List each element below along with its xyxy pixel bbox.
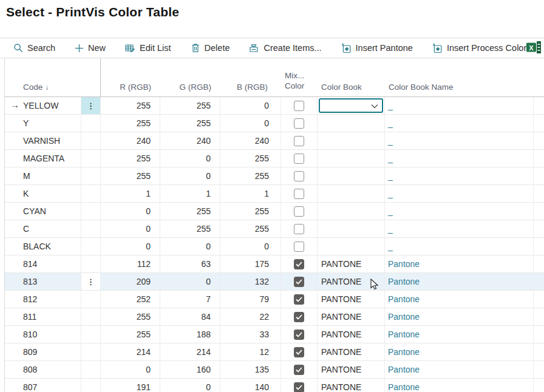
code-cell[interactable]: → 813 bbox=[5, 273, 81, 290]
color-book-name-cell[interactable]: _ bbox=[385, 97, 534, 114]
color-book-combobox[interactable] bbox=[319, 98, 383, 113]
color-book-name-cell[interactable]: _ bbox=[385, 115, 534, 132]
r-cell[interactable]: 1 bbox=[101, 185, 160, 202]
g-cell[interactable]: 255 bbox=[160, 115, 220, 132]
color-book-name-cell[interactable]: Pantone bbox=[385, 326, 534, 343]
insert-process-color-button[interactable]: Insert Process Color bbox=[432, 43, 526, 53]
g-cell[interactable]: 255 bbox=[160, 97, 220, 114]
mix-color-checkbox[interactable] bbox=[294, 365, 304, 375]
column-header-code[interactable]: Code ↓ bbox=[5, 58, 81, 97]
code-cell[interactable]: → 810 bbox=[5, 326, 81, 343]
color-book-cell[interactable]: PANTONE bbox=[318, 379, 385, 392]
g-cell[interactable]: 160 bbox=[160, 361, 220, 378]
row-menu-ellipsis-icon[interactable]: ⋮ bbox=[81, 97, 100, 114]
color-book-name-cell[interactable]: _ bbox=[385, 167, 534, 184]
code-cell[interactable]: → 809 bbox=[5, 343, 81, 360]
b-cell[interactable]: 12 bbox=[220, 343, 281, 360]
r-cell[interactable]: 0 bbox=[101, 238, 160, 255]
column-header-mix-color[interactable]: Mix...Color bbox=[281, 58, 318, 97]
b-cell[interactable]: 140 bbox=[220, 379, 281, 392]
g-cell[interactable]: 0 bbox=[160, 167, 220, 184]
mix-color-checkbox[interactable] bbox=[294, 118, 304, 129]
g-cell[interactable]: 7 bbox=[160, 291, 220, 308]
mix-color-checkbox[interactable] bbox=[294, 382, 304, 392]
color-book-cell[interactable]: PANTONE bbox=[318, 291, 385, 308]
r-cell[interactable]: 252 bbox=[101, 291, 160, 308]
color-book-name-cell[interactable]: Pantone bbox=[385, 291, 534, 308]
color-book-cell[interactable]: PANTONE bbox=[318, 273, 385, 290]
g-cell[interactable]: 0 bbox=[160, 150, 220, 167]
color-book-name-cell[interactable]: Pantone bbox=[385, 379, 534, 392]
mix-color-checkbox[interactable] bbox=[294, 277, 304, 287]
mix-color-checkbox[interactable] bbox=[294, 294, 304, 305]
edit-list-button[interactable]: Edit List bbox=[125, 43, 171, 53]
color-book-name-cell[interactable]: Pantone bbox=[385, 308, 534, 325]
g-cell[interactable]: 63 bbox=[160, 255, 220, 272]
mix-color-checkbox[interactable] bbox=[294, 189, 304, 199]
r-cell[interactable]: 209 bbox=[101, 273, 160, 290]
mix-color-checkbox[interactable] bbox=[294, 101, 304, 111]
g-cell[interactable]: 84 bbox=[160, 308, 220, 325]
row-menu-ellipsis-icon[interactable]: ⋮ bbox=[81, 273, 100, 290]
b-cell[interactable]: 255 bbox=[220, 150, 281, 167]
b-cell[interactable]: 0 bbox=[220, 97, 281, 114]
r-cell[interactable]: 255 bbox=[101, 115, 160, 132]
g-cell[interactable]: 0 bbox=[160, 273, 220, 290]
b-cell[interactable]: 0 bbox=[220, 115, 281, 132]
new-button[interactable]: New bbox=[75, 43, 106, 53]
color-book-cell[interactable] bbox=[318, 238, 385, 255]
g-cell[interactable]: 240 bbox=[160, 132, 220, 149]
r-cell[interactable]: 255 bbox=[101, 326, 160, 343]
column-header-color-book-name[interactable]: Color Book Name bbox=[385, 58, 534, 97]
r-cell[interactable]: 255 bbox=[101, 308, 160, 325]
mix-color-checkbox[interactable] bbox=[294, 312, 304, 322]
code-cell[interactable]: → YELLOW bbox=[5, 97, 81, 114]
r-cell[interactable]: 255 bbox=[101, 150, 160, 167]
code-cell[interactable]: → 814 bbox=[5, 255, 81, 272]
g-cell[interactable]: 0 bbox=[160, 379, 220, 392]
code-cell[interactable]: → Y bbox=[5, 115, 81, 132]
mix-color-checkbox[interactable] bbox=[294, 206, 304, 217]
color-book-cell[interactable] bbox=[318, 115, 385, 132]
open-in-excel-button[interactable]: X bbox=[526, 41, 542, 56]
r-cell[interactable]: 0 bbox=[101, 203, 160, 220]
color-book-name-cell[interactable]: Pantone bbox=[385, 343, 534, 360]
color-book-cell[interactable]: PANTONE bbox=[318, 255, 385, 272]
color-book-name-cell[interactable]: _ bbox=[385, 132, 534, 149]
g-cell[interactable]: 1 bbox=[160, 185, 220, 202]
g-cell[interactable]: 255 bbox=[160, 220, 220, 237]
mix-color-checkbox[interactable] bbox=[294, 329, 304, 340]
code-cell[interactable]: → 811 bbox=[5, 308, 81, 325]
code-cell[interactable]: → MAGENTA bbox=[5, 150, 81, 167]
code-cell[interactable]: → VARNISH bbox=[5, 132, 81, 149]
color-book-name-cell[interactable]: _ bbox=[385, 238, 534, 255]
code-cell[interactable]: → C bbox=[5, 220, 81, 237]
create-items-button[interactable]: Create Items... bbox=[249, 43, 321, 53]
column-header-g[interactable]: G (RGB) bbox=[160, 58, 220, 97]
color-book-name-cell[interactable]: Pantone bbox=[385, 273, 534, 290]
color-book-name-cell[interactable]: _ bbox=[385, 150, 534, 167]
r-cell[interactable]: 112 bbox=[101, 255, 160, 272]
r-cell[interactable]: 255 bbox=[101, 167, 160, 184]
b-cell[interactable]: 255 bbox=[220, 220, 281, 237]
column-header-color-book[interactable]: Color Book bbox=[318, 58, 385, 97]
code-cell[interactable]: → CYAN bbox=[5, 203, 81, 220]
color-book-cell[interactable] bbox=[318, 132, 385, 149]
mix-color-checkbox[interactable] bbox=[294, 154, 304, 164]
r-cell[interactable]: 191 bbox=[101, 379, 160, 392]
color-book-cell[interactable] bbox=[318, 185, 385, 202]
color-book-cell[interactable] bbox=[318, 97, 385, 114]
b-cell[interactable]: 0 bbox=[220, 238, 281, 255]
delete-button[interactable]: Delete bbox=[191, 43, 230, 53]
mix-color-checkbox[interactable] bbox=[294, 136, 304, 146]
b-cell[interactable]: 255 bbox=[220, 167, 281, 184]
color-book-cell[interactable] bbox=[318, 220, 385, 237]
mix-color-checkbox[interactable] bbox=[294, 347, 304, 357]
code-cell[interactable]: → BLACK bbox=[5, 238, 81, 255]
mix-color-checkbox[interactable] bbox=[294, 259, 304, 269]
code-cell[interactable]: → 808 bbox=[5, 361, 81, 378]
b-cell[interactable]: 1 bbox=[220, 185, 281, 202]
b-cell[interactable]: 240 bbox=[220, 132, 281, 149]
b-cell[interactable]: 132 bbox=[220, 273, 281, 290]
color-book-cell[interactable]: PANTONE bbox=[318, 343, 385, 360]
